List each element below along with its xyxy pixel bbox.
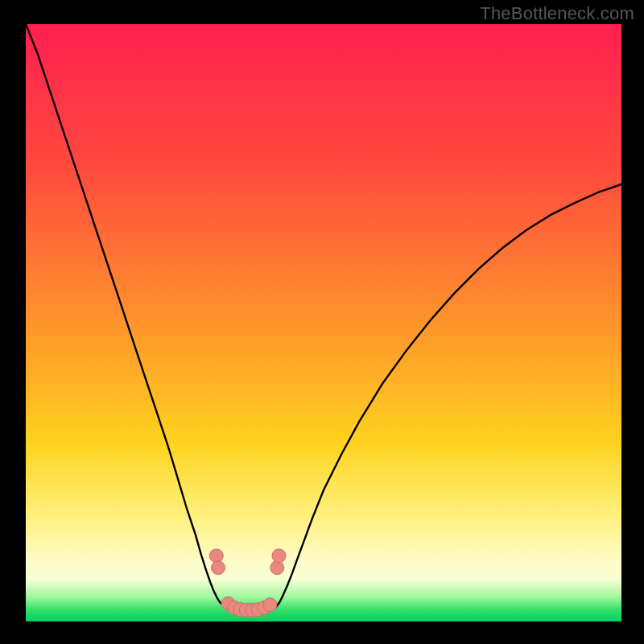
curve-layer	[0, 0, 644, 644]
valley-marker	[263, 598, 277, 612]
valley-marker	[209, 549, 223, 563]
bottleneck-curve	[26, 24, 621, 611]
valley-marker	[212, 561, 225, 575]
chart-stage: TheBottleneck.com	[0, 0, 644, 644]
valley-marker	[270, 561, 284, 575]
curve-group	[26, 24, 621, 611]
marker-group	[209, 549, 286, 617]
watermark-text: TheBottleneck.com	[480, 3, 634, 24]
valley-marker	[272, 549, 286, 563]
